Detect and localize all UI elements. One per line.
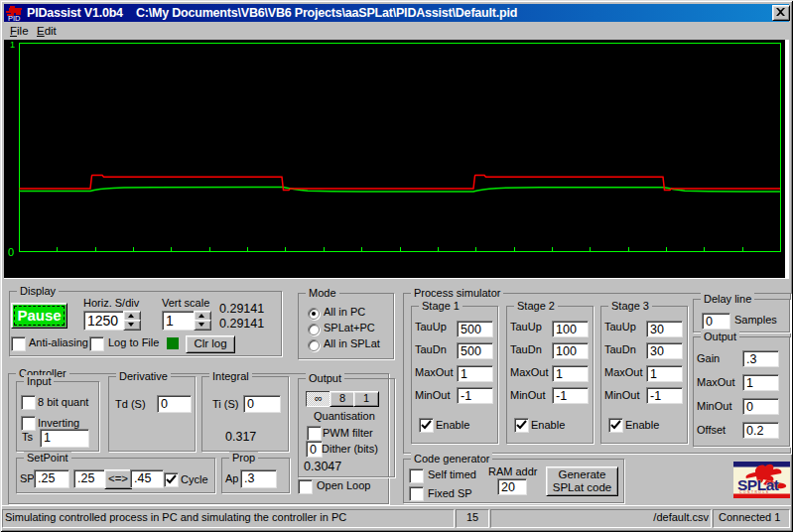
svg-text:1: 1 [10, 40, 15, 50]
svg-text:CONTROLS: CONTROLS [739, 490, 770, 494]
svg-text:PID: PID [8, 14, 21, 22]
svg-text:0: 0 [8, 246, 14, 258]
